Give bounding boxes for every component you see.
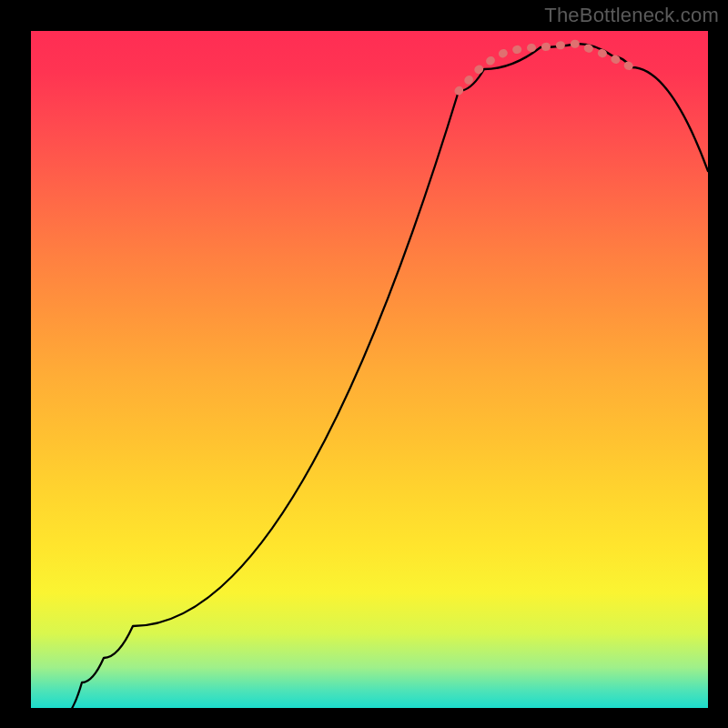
- bottleneck-curve: [62, 44, 708, 708]
- optimal-range-dots: [459, 44, 632, 91]
- chart-root: TheBottleneck.com: [0, 0, 728, 728]
- watermark-text: TheBottleneck.com: [544, 4, 719, 27]
- plot-area: [31, 31, 708, 708]
- curve-layer: [31, 31, 708, 708]
